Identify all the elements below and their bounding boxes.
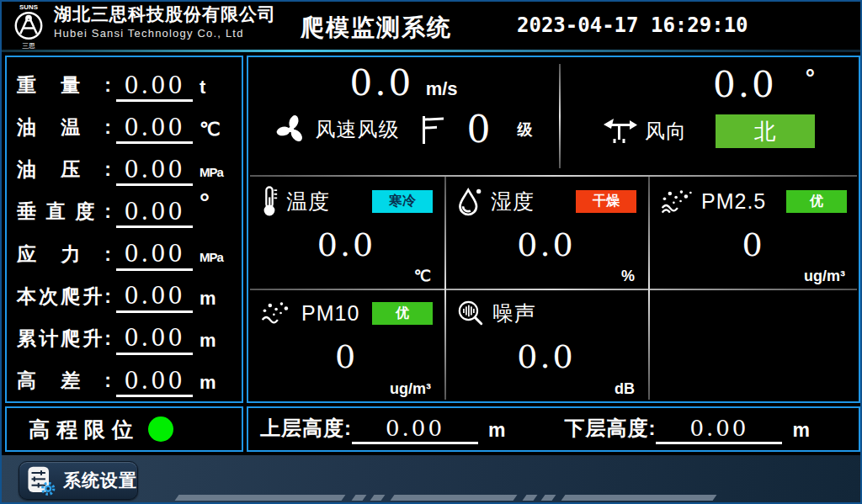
company-block: 湖北三思科技股份有限公司 Hubei Sansi Technology Co.,… — [54, 5, 276, 39]
pm25-head: PM2.5 优 — [660, 185, 847, 217]
temperature-cell: 温度 寒冷 0.0 ℃ — [248, 177, 444, 289]
system-settings-label: 系统设置 — [63, 469, 137, 492]
row-oil-pressure: 油 压 : 0.00 MPa — [17, 146, 233, 186]
noise-head: 噪声 — [456, 297, 636, 329]
strip-slash — [523, 495, 538, 501]
row-oil-temp: 油 温 : 0.00 ℃ — [17, 103, 233, 144]
wind-direction-badge: 北 — [716, 114, 815, 148]
row-verticality: 垂直度: 0.00 ° — [17, 188, 233, 228]
wind-direction-value: 0.0 — [713, 67, 777, 103]
system-settings-button[interactable]: 系统设置 — [19, 461, 138, 500]
upper-height-value: 0.00 — [352, 416, 478, 444]
humidity-cell: 湿度 干燥 0.0 % — [444, 177, 648, 289]
particles-icon — [260, 299, 294, 327]
sensor-grid: 温度 寒冷 0.0 ℃ 湿度 干燥 0.0 % — [248, 177, 859, 401]
app-window: SUNS 三思 湖北三思科技股份有限公司 Hubei Sansi Technol… — [0, 0, 862, 504]
bottom-bar: 系统设置 — [2, 455, 860, 504]
row-weight: 重 量 : 0.00 t — [17, 61, 233, 102]
verticality-unit: ° — [196, 188, 233, 216]
heights-panel: 上层高度: 0.00 m 下层高度: 0.00 m — [247, 406, 860, 452]
pm10-badge: 优 — [372, 302, 433, 325]
company-logo-icon: SUNS 三思 — [8, 3, 49, 49]
pm25-badge: 优 — [786, 190, 847, 213]
upper-height-unit: m — [488, 419, 505, 444]
datetime-display: 2023-04-17 16:29:10 — [517, 13, 748, 37]
humidity-label: 湿度 — [491, 188, 535, 215]
header-divider — [2, 50, 860, 52]
strip-segment — [391, 495, 518, 501]
current-climb-label: 本次爬升: — [17, 284, 111, 313]
total-climb-unit: m — [196, 330, 233, 355]
logo-top-text: SUNS — [19, 3, 38, 11]
height-diff-value: 0.00 — [116, 368, 193, 397]
pm25-cell: PM2.5 优 0 ug/m³ — [648, 177, 859, 289]
company-name-en: Hubei Sansi Technology Co., Ltd — [54, 28, 276, 39]
temperature-badge: 寒冷 — [372, 190, 433, 213]
wind-speed-line: 0.0 m/s — [248, 57, 559, 101]
elevation-status-indicator — [148, 416, 173, 442]
temperature-unit: ℃ — [414, 267, 431, 285]
noise-icon — [456, 299, 485, 327]
humidity-unit: % — [621, 268, 635, 285]
oil-temp-label: 油 温 : — [17, 114, 111, 144]
wind-level-icon — [418, 114, 447, 146]
droplet-icon — [456, 186, 483, 216]
height-diff-label: 高 差 : — [17, 368, 111, 397]
weight-value: 0.00 — [116, 72, 193, 102]
noise-label: 噪声 — [492, 300, 536, 327]
humidity-value: 0.0 — [456, 229, 636, 261]
pm25-unit: ug/m³ — [804, 268, 845, 285]
lower-height-label: 下层高度: — [564, 415, 656, 444]
company-name-cn: 湖北三思科技股份有限公司 — [54, 5, 276, 23]
total-climb-value: 0.00 — [116, 325, 193, 354]
settings-gear-icon — [26, 464, 56, 496]
elevation-limit-label: 高程限位 — [29, 416, 140, 443]
wind-level-unit: 级 — [518, 119, 533, 140]
oil-temp-unit: ℃ — [196, 119, 233, 144]
strip-slash — [541, 495, 556, 501]
lower-height-group: 下层高度: 0.00 m — [564, 415, 809, 444]
height-diff-unit: m — [196, 372, 233, 397]
wind-vane-icon — [603, 116, 638, 146]
wind-direction-line: 0.0 ° — [559, 57, 859, 103]
row-current-climb: 本次爬升: 0.00 m — [17, 273, 233, 313]
pm10-label: PM10 — [301, 301, 359, 326]
wind-section: 0.0 m/s 风速风级 — [248, 57, 859, 175]
current-climb-unit: m — [196, 288, 233, 313]
wind-speed-block: 0.0 m/s 风速风级 — [248, 57, 559, 175]
verticality-value: 0.00 — [116, 199, 193, 228]
wind-level-label: 风速风级 — [316, 116, 400, 143]
temperature-label: 温度 — [286, 188, 330, 215]
fan-icon — [275, 114, 307, 146]
pm10-value: 0 — [260, 341, 433, 373]
wind-direction-block: 0.0 ° 风向 北 — [559, 57, 859, 175]
noise-unit: dB — [615, 380, 635, 398]
pm25-value: 0 — [660, 229, 847, 261]
verticality-label: 垂直度: — [17, 199, 111, 228]
pm10-cell: PM10 优 0 ug/m³ — [248, 289, 444, 401]
stress-label: 应 力 : — [17, 241, 111, 271]
wind-speed-unit: m/s — [426, 78, 458, 99]
oil-pressure-label: 油 压 : — [17, 157, 111, 186]
header: SUNS 三思 湖北三思科技股份有限公司 Hubei Sansi Technol… — [2, 2, 860, 50]
stress-unit: MPa — [196, 250, 233, 271]
page-title: 爬模监测系统 — [301, 12, 452, 44]
elevation-limit-panel: 高程限位 — [5, 406, 243, 452]
strip-slash — [370, 495, 386, 501]
upper-height-group: 上层高度: 0.00 m — [260, 415, 505, 444]
strip-segment — [561, 495, 717, 501]
empty-cell — [648, 289, 859, 401]
wind-direction-unit: ° — [806, 67, 815, 88]
noise-value: 0.0 — [456, 341, 636, 373]
logo-bottom-text: 三思 — [22, 42, 35, 49]
noise-cell: 噪声 0.0 dB — [444, 289, 648, 401]
strip-segment — [175, 495, 346, 501]
environment-panel: 0.0 m/s 风速风级 — [247, 56, 860, 403]
particles-icon — [660, 187, 694, 215]
temperature-head: 温度 寒冷 — [260, 185, 433, 217]
oil-pressure-unit: MPa — [196, 165, 233, 186]
lower-height-value: 0.00 — [656, 416, 782, 444]
temperature-value: 0.0 — [260, 229, 433, 261]
oil-pressure-value: 0.00 — [116, 157, 193, 186]
stress-value: 0.00 — [116, 241, 193, 270]
